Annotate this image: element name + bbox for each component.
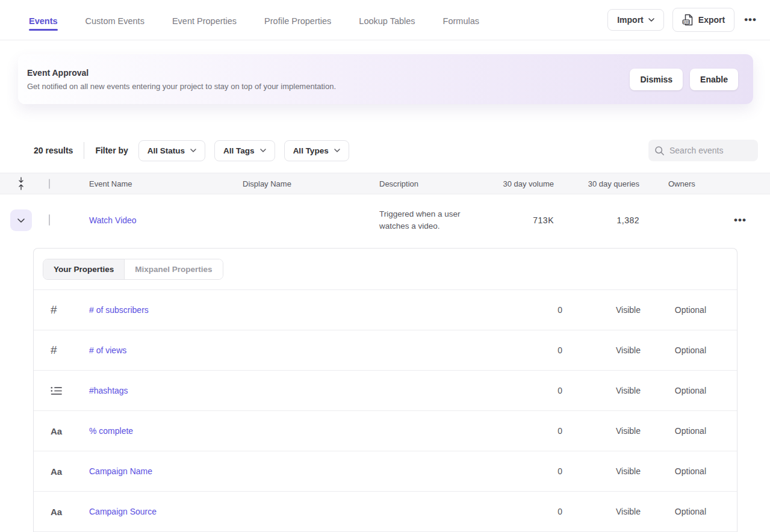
column-header-owners[interactable]: Owners (639, 179, 734, 188)
property-row: # # of views 0 Visible Optional (34, 330, 737, 371)
event-row-watch-video: Watch Video Triggered when a user watche… (0, 194, 770, 246)
search-icon (654, 146, 665, 156)
event-approval-banner: Event Approval Get notified on all new e… (18, 54, 753, 104)
export-button-label: Export (698, 15, 725, 25)
property-count: 0 (490, 345, 562, 355)
property-name-link[interactable]: # of views (89, 345, 126, 355)
property-name-link[interactable]: # of subscribers (89, 305, 149, 315)
export-button[interactable]: csv Export (672, 8, 734, 32)
property-requirement: Optional (641, 507, 706, 516)
enable-button[interactable]: Enable (690, 69, 738, 90)
property-count: 0 (490, 305, 562, 315)
filter-dropdown-label: All Types (293, 146, 329, 155)
property-requirement: Optional (641, 426, 706, 436)
chevron-down-icon (334, 149, 340, 152)
property-count: 0 (490, 386, 562, 395)
property-row: #hashtags 0 Visible Optional (34, 371, 737, 411)
property-name-link[interactable]: Campaign Source (89, 507, 157, 516)
filter-dropdown[interactable]: All Types (284, 140, 349, 161)
volume-value: 713K (488, 215, 554, 225)
import-button-label: Import (617, 15, 644, 25)
property-row: # # of subscribers 0 Visible Optional (34, 290, 737, 330)
text-type-icon: Aa (51, 507, 62, 517)
filter-dropdown[interactable]: All Tags (214, 140, 275, 161)
search-box[interactable] (648, 140, 758, 161)
nav-tab[interactable]: Lookup Tables (359, 2, 415, 38)
csv-file-icon: csv (682, 14, 694, 26)
import-button[interactable]: Import (607, 9, 664, 31)
column-header-volume[interactable]: 30 day volume (488, 179, 554, 188)
property-row: Aa % complete 0 Visible Optional (34, 411, 737, 451)
properties-panel: Your PropertiesMixpanel Properties # # o… (33, 248, 737, 532)
property-visibility: Visible (562, 466, 641, 476)
property-row: Aa Campaign Source 0 Visible Optional (34, 492, 737, 532)
number-type-icon: # (51, 344, 57, 357)
properties-tab-switcher: Your PropertiesMixpanel Properties (43, 259, 223, 280)
dismiss-button[interactable]: Dismiss (630, 69, 683, 90)
property-requirement: Optional (641, 466, 706, 476)
nav-actions: Import csv Export ••• (607, 8, 758, 32)
property-visibility: Visible (562, 426, 641, 436)
filter-by-label: Filter by (95, 146, 128, 155)
event-name-link[interactable]: Watch Video (77, 215, 231, 225)
filter-toolbar: 20 results Filter by All Status All Tags… (34, 140, 758, 161)
chevron-down-icon (17, 218, 25, 223)
collapse-row-button[interactable] (10, 209, 32, 231)
nav-tab[interactable]: Formulas (443, 2, 479, 38)
search-input[interactable] (669, 146, 752, 155)
chevron-down-icon (260, 149, 266, 152)
row-checkbox[interactable] (49, 214, 50, 226)
property-visibility: Visible (562, 345, 641, 355)
select-all-checkbox[interactable] (49, 179, 50, 189)
top-navigation: EventsCustom EventsEvent PropertiesProfi… (0, 0, 770, 40)
banner-title: Event Approval (27, 68, 630, 78)
divider (84, 142, 84, 159)
properties-tab[interactable]: Your Properties (43, 259, 125, 279)
property-name-link[interactable]: Campaign Name (89, 466, 152, 476)
filter-dropdowns: All Status All Tags All Types (138, 140, 358, 161)
property-name-link[interactable]: #hashtags (89, 386, 128, 395)
row-more-options-button[interactable]: ••• (734, 212, 770, 229)
text-type-icon: Aa (51, 426, 62, 436)
property-requirement: Optional (641, 345, 706, 355)
property-count: 0 (490, 426, 562, 436)
banner-description: Get notified on all new events entering … (27, 82, 630, 91)
column-header-queries[interactable]: 30 day queries (554, 179, 639, 188)
svg-text:csv: csv (683, 20, 689, 23)
more-options-button[interactable]: ••• (743, 11, 758, 28)
banner-text: Event Approval Get notified on all new e… (27, 68, 630, 91)
column-header-event-name[interactable]: Event Name (77, 179, 231, 188)
property-name-link[interactable]: % complete (89, 426, 133, 436)
properties-list: # # of subscribers 0 Visible Optional # … (34, 290, 737, 532)
property-count: 0 (490, 466, 562, 476)
queries-value: 1,382 (554, 215, 639, 225)
property-visibility: Visible (562, 305, 641, 315)
collapse-all-icon[interactable] (10, 177, 32, 190)
list-type-icon (51, 386, 62, 395)
chevron-down-icon (190, 149, 196, 152)
event-description: Triggered when a user watches a video. (367, 208, 479, 232)
property-visibility: Visible (562, 386, 641, 395)
properties-tabs-bar: Your PropertiesMixpanel Properties (34, 249, 737, 290)
nav-tab[interactable]: Events (29, 2, 58, 38)
text-type-icon: Aa (51, 466, 62, 477)
property-count: 0 (490, 507, 562, 516)
filter-dropdown-label: All Tags (223, 146, 255, 155)
results-count: 20 results (34, 146, 73, 155)
chevron-down-icon (648, 18, 654, 22)
property-requirement: Optional (641, 386, 706, 395)
property-row: Aa Campaign Name 0 Visible Optional (34, 451, 737, 492)
nav-tab[interactable]: Profile Properties (264, 2, 331, 38)
column-header-description[interactable]: Description (367, 179, 488, 188)
column-header-display-name[interactable]: Display Name (231, 179, 367, 188)
lexicon-tabs: EventsCustom EventsEvent PropertiesProfi… (29, 2, 607, 38)
property-visibility: Visible (562, 507, 641, 516)
banner-actions: Dismiss Enable (630, 69, 738, 90)
properties-tab[interactable]: Mixpanel Properties (125, 259, 222, 279)
filter-dropdown[interactable]: All Status (138, 140, 205, 161)
property-requirement: Optional (641, 305, 706, 315)
events-table-header: Event Name Display Name Description 30 d… (0, 173, 770, 194)
number-type-icon: # (51, 303, 57, 317)
nav-tab[interactable]: Event Properties (172, 2, 237, 38)
nav-tab[interactable]: Custom Events (85, 2, 144, 38)
